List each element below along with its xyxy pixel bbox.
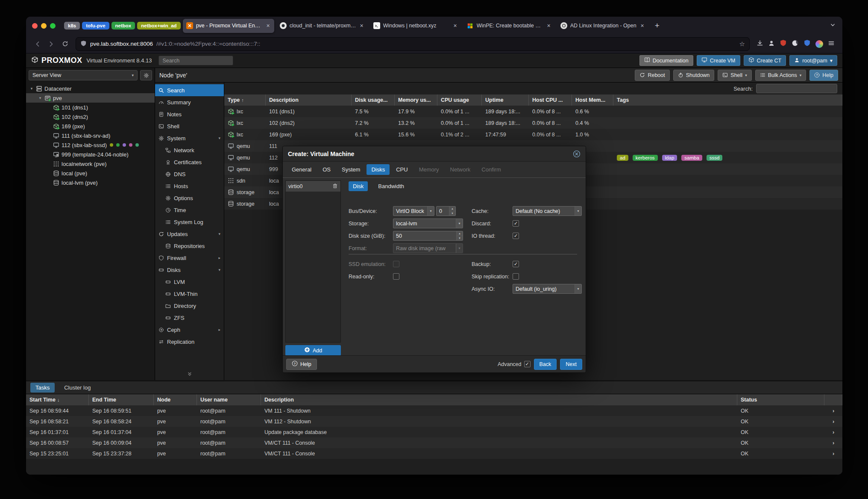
shutdown-button[interactable]: Shutdown — [673, 70, 715, 81]
global-search-input[interactable] — [158, 56, 233, 65]
url-bar[interactable]: pve.lab.softbox.net:8006/#v1:0:=node%2Fp… — [76, 37, 750, 51]
menu-item-dns[interactable]: DNS — [155, 168, 224, 180]
task-row[interactable]: Sep 16 08:58:21Sep 16 08:58:24pveroot@pa… — [26, 416, 842, 427]
column-header-memoryus[interactable]: Memory us... — [395, 94, 437, 106]
reboot-button[interactable]: Reboot — [635, 70, 669, 81]
disk-subtab-bandwidth[interactable]: Bandwidth — [374, 181, 408, 191]
menu-item-replication[interactable]: Replication — [155, 336, 224, 348]
task-row[interactable]: Sep 16 01:37:01Sep 16 01:37:04pveroot@pa… — [26, 427, 842, 437]
shell-button[interactable]: Shell▾ — [718, 70, 751, 81]
backup-checkbox[interactable] — [513, 261, 519, 267]
tab-group-netbox[interactable]: netbox — [111, 22, 135, 30]
help-button[interactable]: ?Help — [286, 359, 317, 370]
password-extension-icon[interactable] — [803, 39, 811, 48]
tree-item[interactable]: local (pve) — [26, 168, 155, 178]
tab-group-k8s[interactable]: k8s — [64, 22, 80, 30]
tree-item[interactable]: 111 (sbx-lab-srv-ad) — [26, 131, 155, 140]
menu-scroll-more-icon[interactable] — [155, 372, 224, 377]
dialog-header[interactable]: Create: Virtual Machine — [283, 146, 586, 162]
io-thread-checkbox[interactable] — [513, 233, 519, 239]
task-row[interactable]: Sep 16 00:08:57Sep 16 00:09:04pveroot@pa… — [26, 437, 842, 448]
tab-close-icon[interactable]: × — [359, 22, 364, 29]
tree-item[interactable]: 102 (dns2) — [26, 112, 155, 121]
disk-list-item[interactable]: virtio0 — [286, 181, 340, 192]
tree-item[interactable]: ▾Datacenter — [26, 84, 155, 93]
tree-item[interactable]: 169 (pxe) — [26, 121, 155, 131]
bus-device-select[interactable]: VirtIO Block▾ — [393, 206, 434, 216]
bookmark-star-icon[interactable]: ☆ — [739, 40, 745, 48]
column-header-uptime[interactable]: Uptime — [482, 94, 529, 106]
profile-avatar[interactable] — [815, 40, 823, 48]
reload-button[interactable] — [59, 38, 71, 50]
maximize-window-button[interactable] — [50, 23, 56, 29]
browser-tab[interactable]: AD Linux Integration - Open× — [557, 19, 648, 33]
tab-close-icon[interactable]: × — [452, 22, 457, 29]
menu-item-hosts[interactable]: Hosts — [155, 180, 224, 192]
storage-select[interactable]: local-lvm▾ — [393, 218, 463, 228]
column-header-cpuusage[interactable]: CPU usage — [437, 94, 482, 106]
tasks-column-user-name[interactable]: User name — [197, 394, 261, 405]
menu-item-notes[interactable]: Notes — [155, 108, 224, 120]
next-button[interactable]: Next — [560, 359, 582, 370]
tree-item[interactable]: localnetwork (pve) — [26, 159, 155, 168]
column-header-type[interactable]: Type↑ — [224, 94, 266, 106]
tab-group-netbox+win_ad[interactable]: netbox+win_ad — [137, 22, 180, 30]
help-button[interactable]: ?Help — [809, 70, 838, 81]
menu-item-updates[interactable]: Updates▾ — [155, 228, 224, 240]
tree-expand-caret[interactable]: ▾ — [38, 96, 42, 100]
tasks-tab-tasks[interactable]: Tasks — [30, 383, 55, 393]
advanced-checkbox[interactable] — [524, 361, 531, 367]
list-all-tabs-button[interactable] — [827, 20, 838, 31]
skip-replication-checkbox[interactable] — [513, 273, 519, 280]
column-header-hostmem[interactable]: Host Mem... — [572, 94, 613, 106]
add-disk-button[interactable]: Add — [285, 345, 341, 356]
documentation-button[interactable]: Documentation — [639, 55, 693, 66]
menu-item-search[interactable]: Search — [155, 84, 224, 96]
async-io-select[interactable]: Default (io_uring)▾ — [513, 284, 582, 294]
dialog-tab-os[interactable]: OS — [318, 164, 335, 175]
column-header-hostcpu[interactable]: Host CPU ... — [529, 94, 572, 106]
dialog-close-icon[interactable] — [573, 150, 581, 158]
menu-item-network[interactable]: Network — [155, 144, 224, 156]
tab-group-tofu-pve[interactable]: tofu-pve — [82, 22, 109, 30]
dialog-tab-general[interactable]: General — [287, 164, 316, 175]
menu-item-ceph[interactable]: Ceph▸ — [155, 324, 224, 336]
create-ct-button[interactable]: Create CT — [744, 55, 786, 66]
disk-subtab-disk[interactable]: Disk — [349, 181, 368, 191]
table-search-input[interactable] — [756, 84, 837, 93]
bulk-actions-button[interactable]: Bulk Actions▾ — [755, 70, 806, 81]
sidebar-gear-icon[interactable] — [140, 70, 152, 80]
column-header-description[interactable]: Description — [266, 94, 352, 106]
new-tab-button[interactable]: + — [651, 21, 664, 30]
dialog-tab-system[interactable]: System — [337, 164, 365, 175]
dialog-tab-cpu[interactable]: CPU — [391, 164, 412, 175]
tree-item[interactable]: 999 (template-24.04-noble) — [26, 150, 155, 159]
menu-item-directory[interactable]: Directory — [155, 300, 224, 312]
download-icon[interactable] — [757, 40, 763, 48]
trash-icon[interactable] — [332, 183, 338, 190]
tab-close-icon[interactable]: × — [546, 22, 551, 29]
tasks-column-description[interactable]: Description — [261, 394, 737, 405]
back-button[interactable] — [31, 38, 44, 50]
column-header-diskusage[interactable]: Disk usage... — [352, 94, 395, 106]
task-row[interactable]: Sep 15 23:25:01Sep 15 23:37:28pveroot@pa… — [26, 448, 842, 459]
tree-item[interactable]: 101 (dns1) — [26, 103, 155, 112]
menu-icon[interactable] — [828, 40, 835, 48]
shield-icon[interactable] — [80, 40, 87, 48]
menu-item-options[interactable]: Options — [155, 192, 224, 204]
menu-item-firewall[interactable]: Firewall▸ — [155, 252, 224, 264]
ublock-extension-icon[interactable] — [780, 39, 787, 48]
menu-item-shell[interactable]: Shell — [155, 120, 224, 132]
task-expand-chevron[interactable]: › — [824, 427, 842, 437]
minimize-window-button[interactable] — [41, 23, 47, 29]
menu-item-certificates[interactable]: Certificates — [155, 156, 224, 168]
task-expand-chevron[interactable]: › — [824, 448, 842, 459]
browser-tab[interactable]: WinPE: Create bootable media |× — [463, 19, 555, 33]
tasks-tab-cluster-log[interactable]: Cluster log — [59, 383, 96, 393]
forward-button[interactable] — [45, 38, 58, 50]
menu-item-system[interactable]: System▾ — [155, 132, 224, 144]
close-window-button[interactable] — [32, 23, 38, 29]
browser-tab[interactable]: pve - Proxmox Virtual Environm× — [183, 19, 274, 33]
view-selector[interactable]: Server View▾ — [29, 70, 138, 80]
account-icon[interactable] — [768, 40, 775, 48]
